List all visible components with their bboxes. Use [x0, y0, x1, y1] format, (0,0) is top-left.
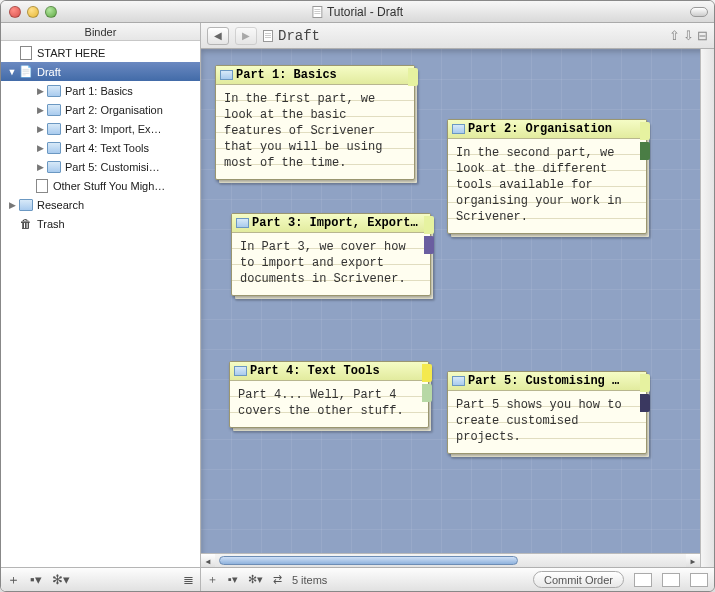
index-card-part4[interactable]: Part 4: Text Tools Part 4... Well, Part … — [229, 361, 429, 428]
nav-back-button[interactable]: ◀ — [207, 27, 229, 45]
nav-split-icon[interactable]: ⊟ — [697, 28, 708, 43]
window-title: Tutorial - Draft — [312, 5, 403, 19]
gear-menu-button[interactable]: ✻▾ — [52, 572, 70, 587]
close-button[interactable] — [9, 6, 21, 18]
scroll-left-button[interactable]: ◀ — [201, 554, 215, 567]
card-title-bar[interactable]: Part 3: Import, Export… — [232, 214, 430, 233]
minimize-button[interactable] — [27, 6, 39, 18]
toolbar-toggle[interactable] — [690, 7, 708, 17]
binder-item-research[interactable]: ▶ Research — [1, 195, 200, 214]
breadcrumb[interactable]: Draft — [263, 28, 663, 44]
item-count: 5 items — [292, 574, 327, 586]
folder-icon — [47, 103, 61, 117]
editor-footer: ＋ ▪▾ ✻▾ ⇄ 5 items Commit Order — [201, 567, 714, 591]
view-mode-grid[interactable] — [690, 573, 708, 587]
disclosure-right-icon[interactable]: ▶ — [7, 200, 17, 210]
disclosure-right-icon[interactable]: ▶ — [35, 143, 45, 153]
card-title: Part 4: Text Tools — [250, 364, 380, 378]
card-body[interactable]: In the first part, we look at the basic … — [216, 85, 414, 179]
card-label-tab — [422, 384, 432, 402]
binder-item-draft[interactable]: ▼ 📄 Draft — [1, 62, 200, 81]
binder-item-part2[interactable]: ▶ Part 2: Organisation — [1, 100, 200, 119]
card-body[interactable]: In Part 3, we cover how to import and ex… — [232, 233, 430, 295]
folder-icon — [452, 124, 465, 134]
card-title-bar[interactable]: Part 5: Customising … — [448, 372, 646, 391]
folder-icon — [236, 218, 249, 228]
shuffle-button[interactable]: ⇄ — [273, 573, 282, 586]
folder-icon — [452, 376, 465, 386]
folder-menu-button[interactable]: ▪▾ — [30, 572, 42, 587]
window-title-text: Tutorial - Draft — [327, 5, 403, 19]
binder-item-label: Part 2: Organisation — [65, 104, 163, 116]
view-mode-split[interactable] — [662, 573, 680, 587]
binder-item-part1[interactable]: ▶ Part 1: Basics — [1, 81, 200, 100]
card-title-bar[interactable]: Part 4: Text Tools — [230, 362, 428, 381]
binder-item-trash[interactable]: ▶ 🗑 Trash — [1, 214, 200, 233]
zoom-button[interactable] — [45, 6, 57, 18]
folder-icon — [234, 366, 247, 376]
nav-up-icon[interactable]: ⇧ — [669, 28, 680, 43]
nav-down-icon[interactable]: ⇩ — [683, 28, 694, 43]
app-window: Tutorial - Draft Binder START HERE ▼ 📄 D… — [0, 0, 715, 592]
scrollbar-vertical[interactable] — [700, 49, 714, 567]
binder-item-label: Part 5: Customisi… — [65, 161, 160, 173]
card-body[interactable]: Part 5 shows you how to create customise… — [448, 391, 646, 453]
index-card-part3[interactable]: Part 3: Import, Export… In Part 3, we co… — [231, 213, 431, 296]
disclosure-right-icon[interactable]: ▶ — [35, 86, 45, 96]
page-icon — [35, 179, 49, 193]
nav-forward-button[interactable]: ▶ — [235, 27, 257, 45]
index-card-part5[interactable]: Part 5: Customising … Part 5 shows you h… — [447, 371, 647, 454]
draft-icon: 📄 — [19, 65, 33, 79]
disclosure-right-icon[interactable]: ▶ — [35, 124, 45, 134]
commit-order-button[interactable]: Commit Order — [533, 571, 624, 588]
list-icon[interactable]: ≣ — [183, 572, 194, 587]
binder-item-other[interactable]: Other Stuff You Migh… — [1, 176, 200, 195]
gear-menu-button[interactable]: ✻▾ — [248, 573, 263, 586]
scrollbar-horizontal[interactable]: ◀ ▶ — [201, 553, 700, 567]
card-label-tab — [640, 142, 650, 160]
folder-icon — [47, 160, 61, 174]
corkboard[interactable]: Part 1: Basics In the first part, we loo… — [201, 49, 714, 567]
index-card-part1[interactable]: Part 1: Basics In the first part, we loo… — [215, 65, 415, 180]
nav-right-icons: ⇧ ⇩ ⊟ — [669, 28, 708, 43]
card-title-bar[interactable]: Part 2: Organisation — [448, 120, 646, 139]
binder-item-start-here[interactable]: START HERE — [1, 43, 200, 62]
add-button[interactable]: ＋ — [207, 572, 218, 587]
binder-item-label: Draft — [37, 66, 61, 78]
page-icon — [19, 46, 33, 60]
folder-icon — [19, 198, 33, 212]
scroll-right-button[interactable]: ▶ — [686, 554, 700, 567]
card-body[interactable]: In the second part, we look at the diffe… — [448, 139, 646, 233]
card-tab — [640, 374, 650, 392]
card-tab — [408, 68, 418, 86]
binder-item-label: Part 3: Import, Ex… — [65, 123, 162, 135]
binder-item-part5[interactable]: ▶ Part 5: Customisi… — [1, 157, 200, 176]
binder-tree[interactable]: START HERE ▼ 📄 Draft ▶ Part 1: Basics ▶ … — [1, 41, 200, 567]
traffic-lights — [9, 6, 57, 18]
window-body: Binder START HERE ▼ 📄 Draft ▶ Part 1: Ba… — [1, 23, 714, 591]
card-tab — [424, 216, 434, 234]
add-button[interactable]: ＋ — [7, 571, 20, 589]
scroll-thumb[interactable] — [219, 556, 518, 565]
binder-item-label: Research — [37, 199, 84, 211]
disclosure-down-icon[interactable]: ▼ — [7, 67, 17, 77]
binder-item-part3[interactable]: ▶ Part 3: Import, Ex… — [1, 119, 200, 138]
card-label-tab — [640, 394, 650, 412]
folder-icon — [47, 84, 61, 98]
binder-item-label: Trash — [37, 218, 65, 230]
card-title: Part 1: Basics — [236, 68, 337, 82]
titlebar[interactable]: Tutorial - Draft — [1, 1, 714, 23]
index-card-part2[interactable]: Part 2: Organisation In the second part,… — [447, 119, 647, 234]
binder-item-label: Other Stuff You Migh… — [53, 180, 165, 192]
disclosure-right-icon[interactable]: ▶ — [35, 162, 45, 172]
binder-item-part4[interactable]: ▶ Part 4: Text Tools — [1, 138, 200, 157]
binder-item-label: Part 1: Basics — [65, 85, 133, 97]
disclosure-right-icon[interactable]: ▶ — [35, 105, 45, 115]
binder-header: Binder — [1, 23, 200, 41]
folder-menu-button[interactable]: ▪▾ — [228, 573, 238, 586]
breadcrumb-text: Draft — [278, 28, 320, 44]
view-mode-single[interactable] — [634, 573, 652, 587]
card-title-bar[interactable]: Part 1: Basics — [216, 66, 414, 85]
card-body[interactable]: Part 4... Well, Part 4 covers the other … — [230, 381, 428, 427]
document-icon — [263, 30, 273, 42]
